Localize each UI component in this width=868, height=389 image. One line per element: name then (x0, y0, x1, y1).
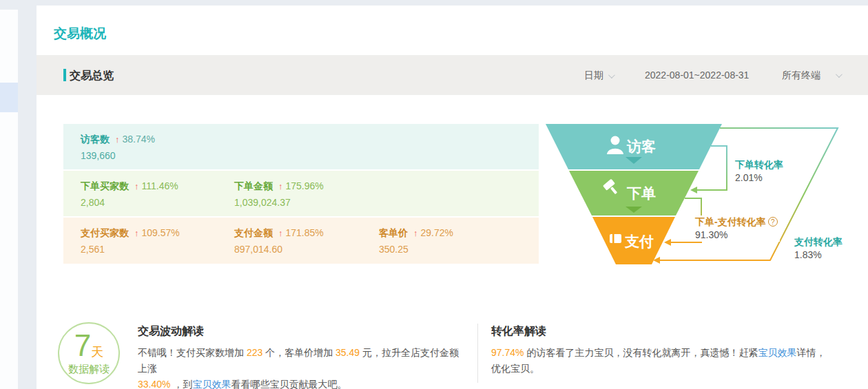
date-filter-dropdown[interactable]: 日期 (584, 70, 613, 82)
up-arrow-icon: ↑ (115, 134, 120, 145)
insight-number: 35.49 (335, 347, 360, 358)
metric-row-orders: 下单买家数↑111.46% 2,804 下单金额↑175.96% 1,039,0… (63, 171, 539, 216)
order-pay-conversion-rate: 下单-支付转化率? 91.30% (695, 215, 780, 242)
main-panel: 交易概况 交易总览 日期 2022-08-01~2022-08-31 所有终端 … (37, 6, 868, 389)
metric-pct: 171.85% (286, 227, 324, 238)
wallet-icon (610, 234, 621, 243)
up-arrow-icon: ↑ (278, 181, 283, 191)
insight-text: 个，客单价增加 (262, 347, 335, 358)
metric-label: 客单价 (379, 227, 408, 238)
metric-value: 897,014.60 (234, 244, 324, 255)
date-range-value[interactable]: 2022-08-01~2022-08-31 (645, 70, 749, 81)
metric-avg-order-value[interactable]: 客单价↑29.72% 350.25 (379, 227, 453, 255)
funnel-stage-label: 访客 (626, 138, 656, 154)
insight-title: 转化率解读 (491, 324, 827, 339)
badge-number: 7 (74, 328, 91, 362)
metric-order-amount[interactable]: 下单金额↑175.96% 1,039,024.37 (234, 180, 324, 208)
insight-text: ，到 (173, 379, 192, 389)
help-icon[interactable]: ? (768, 217, 778, 227)
chevron-down-icon[interactable] (836, 71, 843, 78)
badge-caption: 数据解读 (59, 363, 118, 376)
up-arrow-icon: ↑ (278, 228, 283, 238)
metric-label: 支付买家数 (81, 227, 129, 238)
up-arrow-icon: ↑ (134, 181, 139, 191)
insight-text: 看看哪些宝贝贡献最大吧。 (231, 379, 347, 389)
metric-pct: 175.96% (286, 180, 324, 191)
metric-value: 2,804 (81, 197, 178, 208)
metric-pct: 29.72% (421, 227, 453, 238)
insight-title: 交易波动解读 (138, 324, 467, 339)
metric-pay-amount[interactable]: 支付金额↑171.85% 897,014.60 (234, 227, 324, 255)
rate-label: 下单-支付转化率 (695, 216, 766, 227)
insight-number: 97.74% (491, 347, 526, 358)
collapsed-left-nav (0, 10, 18, 389)
metric-value: 139,660 (81, 150, 155, 161)
metric-value: 350.25 (379, 244, 453, 255)
rate-label: 下单转化率 (735, 158, 783, 171)
insight-number: 33.40% (138, 379, 173, 389)
rate-value: 91.30% (695, 229, 778, 242)
up-arrow-icon: ↑ (413, 228, 418, 238)
metric-value: 2,561 (81, 244, 180, 255)
metric-row-visitors: 访客数↑38.74% 139,660 (63, 124, 539, 169)
terminal-select[interactable]: 所有终端 (782, 70, 820, 82)
metric-pct: 38.74% (123, 134, 155, 145)
baby-effect-link[interactable]: 宝贝效果 (758, 347, 796, 358)
order-conversion-rate: 下单转化率 2.01% (735, 158, 785, 185)
rate-value: 2.01% (735, 171, 783, 185)
insight-text: 的访客看了主力宝贝，没有转化就离开，真遗憾！赶紧 (526, 347, 758, 358)
metric-label: 访客数 (81, 134, 110, 145)
metric-order-buyers[interactable]: 下单买家数↑111.46% 2,804 (81, 180, 178, 208)
metric-label: 支付金额 (234, 227, 273, 238)
metric-label: 下单金额 (234, 180, 273, 191)
metric-row-payments: 支付买家数↑109.57% 2,561 支付金额↑171.85% 897,014… (63, 218, 539, 264)
up-arrow-icon: ↑ (134, 228, 139, 238)
metric-label: 下单买家数 (81, 180, 129, 191)
badge-unit: 天 (91, 345, 103, 359)
rate-label: 支付转化率 (794, 235, 843, 249)
pay-conversion-rate: 支付转化率 1.83% (794, 235, 845, 262)
seven-day-badge: 7天 数据解读 (58, 322, 120, 384)
section-title: 交易总览 (63, 69, 114, 83)
sidebar-item-active[interactable] (0, 83, 18, 112)
baby-effect-link[interactable]: 宝贝效果 (192, 379, 231, 389)
rate-value: 1.83% (794, 249, 843, 262)
section-header: 交易总览 日期 2022-08-01~2022-08-31 所有终端 (37, 55, 868, 95)
arrow-left-icon (690, 187, 697, 193)
arrow-left-icon (664, 239, 671, 246)
page-title: 交易概况 (54, 25, 106, 43)
funnel-stage-label: 支付 (624, 233, 654, 249)
trade-fluctuation-insight: 交易波动解读 不错哦！支付买家数增加 223 个，客单价增加 35.49 元，拉… (138, 324, 467, 389)
date-filter-label: 日期 (584, 70, 603, 81)
metric-pct: 109.57% (142, 227, 180, 238)
insight-number: 223 (247, 347, 262, 358)
conversion-rate-insight: 转化率解读 97.74% 的访客看了主力宝贝，没有转化就离开，真遗憾！赶紧宝贝效… (491, 324, 827, 377)
metric-value: 1,039,024.37 (234, 197, 324, 208)
insight-paragraph: 97.74% 的访客看了主力宝贝，没有转化就离开，真遗憾！赶紧宝贝效果详情，优化… (491, 345, 827, 377)
metric-pct: 111.46% (142, 180, 178, 191)
metric-visitor-count[interactable]: 访客数↑38.74% 139,660 (81, 134, 155, 161)
insight-paragraph: 不错哦！支付买家数增加 223 个，客单价增加 35.49 元，拉升全店支付金额… (138, 345, 467, 389)
metric-pay-buyers[interactable]: 支付买家数↑109.57% 2,561 (81, 227, 180, 255)
chevron-down-icon (608, 72, 615, 78)
insight-text: 不错哦！支付买家数增加 (138, 347, 247, 358)
vertical-divider (477, 324, 478, 383)
funnel-stage-label: 下单 (626, 185, 656, 201)
